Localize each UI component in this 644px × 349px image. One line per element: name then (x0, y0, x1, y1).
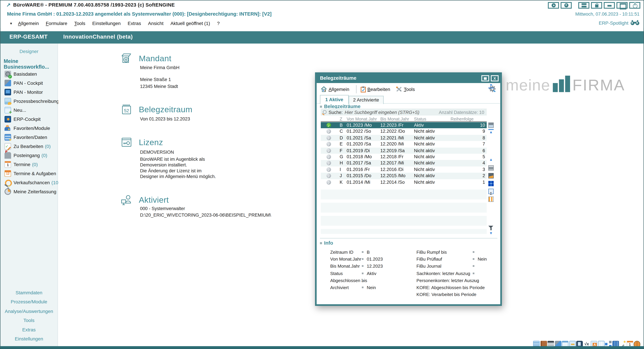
scroll-end-icon[interactable] (488, 83, 494, 88)
menu-item[interactable]: Aktuell geöffnet (1) (170, 21, 210, 26)
meine-firma-logo: meine FIRMA (506, 76, 625, 92)
plus-circle-button[interactable] (561, 2, 572, 9)
scroll-down-icon[interactable] (488, 231, 494, 236)
search-placeholder[interactable]: Hier Suchbegriff eingeben (STRG+S) (345, 110, 420, 114)
sidebar-item[interactable]: PAN - Monitor (0, 88, 58, 97)
dialog-menu-allgemein[interactable]: Allgemein (321, 86, 355, 92)
tab[interactable]: 2 Archivierte (349, 96, 384, 104)
sidebar-item[interactable]: Verkaufschancen (10) (0, 178, 58, 187)
menu-item[interactable]: Extras (128, 21, 141, 26)
table-row[interactable]: G 01.2018 /Mo 12.2018 /Fr Nicht aktiv 5 (321, 154, 487, 160)
dialog-close-button[interactable]: X (491, 75, 499, 81)
sidebar-item[interactable]: Posteingang (0) (0, 151, 58, 160)
split-window-icon (581, 3, 586, 8)
sidebar-item[interactable]: Neu... (0, 106, 58, 115)
table-row[interactable]: H 01.2017 /Sa 12.2017 /Mi Nicht aktiv 4 (321, 160, 487, 166)
column-z[interactable]: Z (340, 116, 342, 121)
dialog-menu-tools[interactable]: Tools (396, 86, 420, 92)
sidebar-item-designer[interactable]: Designer (0, 49, 58, 54)
bottom-border-strip (0, 346, 644, 349)
table-row[interactable]: C 01.2022 /So 12.2022 /Do Nicht aktiv 9 (321, 128, 487, 135)
dialog-menu-bearbeiten[interactable]: Bearbeiten (360, 86, 396, 92)
sidebar-item[interactable]: Termine & Aufgaben (0, 169, 58, 178)
lizenz-key-icon (121, 136, 132, 148)
sidebar-bottom-item[interactable]: Prozesse/Module (0, 299, 58, 304)
power-button[interactable] (629, 2, 640, 9)
dialog-tabs: 1 Aktive2 Archivierte (320, 95, 384, 104)
table-row[interactable]: D 01.2021 /Sa 12.2021 /Mi Nicht aktiv 8 (321, 135, 487, 141)
chart-icon[interactable] (488, 173, 494, 179)
lock-button[interactable] (591, 2, 602, 9)
column-reihenfolge[interactable]: Reihenfolge (450, 116, 598, 121)
sidebar-item[interactable]: Termine (0) (0, 160, 58, 169)
column-von[interactable]: Von Monat.Jahr (347, 116, 377, 121)
sidebar-item[interactable]: Prozessbeschreibungen (0, 97, 58, 106)
sidebar-item[interactable]: Basisdaten (0, 70, 58, 79)
menu-item[interactable]: Tools (74, 21, 85, 26)
erp-spotlight[interactable]: ERP-Spotlight (599, 20, 640, 26)
menu-item[interactable]: Formulare (46, 21, 67, 26)
table-header[interactable]: Z Von Monat.Jahr Bis Monat.Jahr Status R… (321, 116, 487, 122)
lizenz-line1: DEMOVERSION (140, 150, 174, 155)
scroll-top-icon[interactable] (488, 129, 494, 134)
gear-check-icon (4, 71, 11, 77)
minimize-button[interactable] (604, 2, 615, 9)
dialog-menubar: Allgemein Bearbeiten (317, 83, 500, 96)
edit-columns-icon[interactable] (488, 123, 494, 128)
aktiviert-path: D:\20_ERIC_W\VECTORING_2023-06-06\BEISPI… (140, 213, 271, 217)
sidebar-bottom-item[interactable]: Extras (0, 327, 58, 332)
table-row[interactable]: E 01.2020 /Sa 12.2020 /Mi Nicht aktiv 7 (321, 141, 487, 148)
dialog-titlebar[interactable]: Belegzeiträume X (317, 74, 500, 83)
belegzeitraum-title: Belegzeitraum (139, 105, 192, 114)
menu-item[interactable]: Einstellungen (92, 21, 121, 26)
sidebar-bottom-item[interactable]: Einstellungen (0, 336, 58, 341)
scroll-up-icon[interactable] (488, 157, 494, 162)
column-bis[interactable]: Bis Monat.Jahr (380, 116, 409, 121)
minimize-icon (607, 3, 612, 8)
print-icon[interactable] (488, 165, 494, 171)
search-icon (322, 110, 327, 114)
maximize-button[interactable] (616, 2, 628, 9)
sidebar-item[interactable]: Favoriten/Module (0, 124, 58, 133)
table-row[interactable]: I 01.2016 /Fr 12.2016 /Di Nicht aktiv 3 (321, 166, 487, 173)
table-row[interactable]: B 01.2023 /Mo 12.2023 /Fr Aktiv 10 (321, 122, 487, 129)
sidebar-item[interactable]: PAN - Cockpit (0, 79, 58, 88)
calendar-icon (4, 161, 11, 168)
columns-icon[interactable] (488, 196, 494, 202)
main-menubar: ▼ AllgemeinFormulareToolsEinstellungenEx… (0, 19, 644, 28)
dialog-maximize-button[interactable] (482, 75, 489, 81)
field-marker-icon (473, 294, 474, 295)
play-circle-button[interactable] (548, 2, 559, 9)
module-subtitle[interactable]: InnovationChannel (beta) (63, 34, 133, 40)
sidebar-item[interactable]: ERP-Cockpit (0, 115, 58, 124)
table-row[interactable]: K 01.2014 /Mi 12.2014 /So Nicht aktiv 1 (321, 179, 487, 185)
aktiviert-title: Aktiviert (139, 195, 169, 205)
sidebar-item[interactable]: Zu Bearbeiten (0) (0, 142, 58, 151)
sidebar-bottom-item[interactable]: Analyse/Auswertungen (0, 308, 58, 313)
sidebar-item[interactable]: Meine Zeiterfassung (0, 187, 58, 196)
calendar-tasks-icon (4, 170, 11, 177)
sidebar-workflow-title[interactable]: Meine Businessworkflo... (4, 58, 58, 70)
wrench-icon (396, 86, 402, 92)
info-field: Personenkonten: letzter Auszug (416, 277, 495, 284)
split-window-button[interactable] (578, 2, 589, 9)
menu-item[interactable]: Allgemein (18, 21, 39, 26)
power-icon (632, 3, 637, 8)
tab[interactable]: 1 Aktive (320, 95, 349, 104)
info-field: Zeitraum ID B (330, 249, 404, 256)
sum-table-icon[interactable] (488, 189, 494, 194)
tiles-icon[interactable] (488, 181, 494, 186)
sidebar-item[interactable]: Favoriten/Daten (0, 133, 58, 142)
column-status[interactable]: Status (414, 116, 426, 121)
sidebar-bottom-item[interactable]: Tools (0, 318, 58, 323)
sidebar-bottom-item[interactable]: Stammdaten (0, 290, 58, 295)
field-marker-icon (473, 279, 474, 281)
table-row[interactable]: F 01.2019 /Di 12.2019 /Sa Nicht aktiv 6 (321, 148, 487, 154)
search-bar[interactable]: Suche: Hier Suchbegriff eingeben (STRG+S… (321, 109, 487, 116)
mailbox-icon (4, 152, 11, 159)
info-fields-left: Zeitraum ID B Von Monat.Jahr 01.2023 Bis (330, 249, 404, 292)
menu-dropdown-icon[interactable]: ▼ (10, 22, 12, 25)
table-row[interactable]: J 01.2015 /Do 12.2015 /Mo Nicht aktiv 2 (321, 173, 487, 179)
menu-item[interactable]: Ansicht (148, 21, 164, 26)
menu-item[interactable]: ? (217, 21, 220, 26)
